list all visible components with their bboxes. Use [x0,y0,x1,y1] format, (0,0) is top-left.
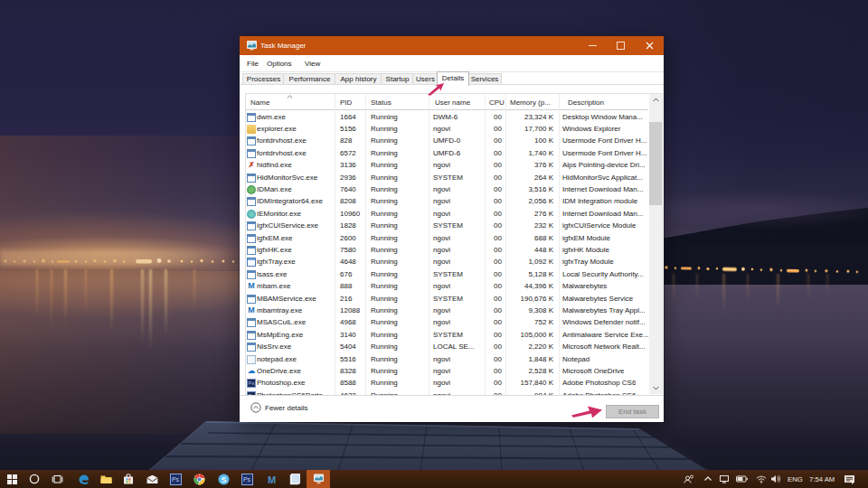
svg-text:M: M [267,474,275,484]
svg-text:S: S [221,474,226,483]
